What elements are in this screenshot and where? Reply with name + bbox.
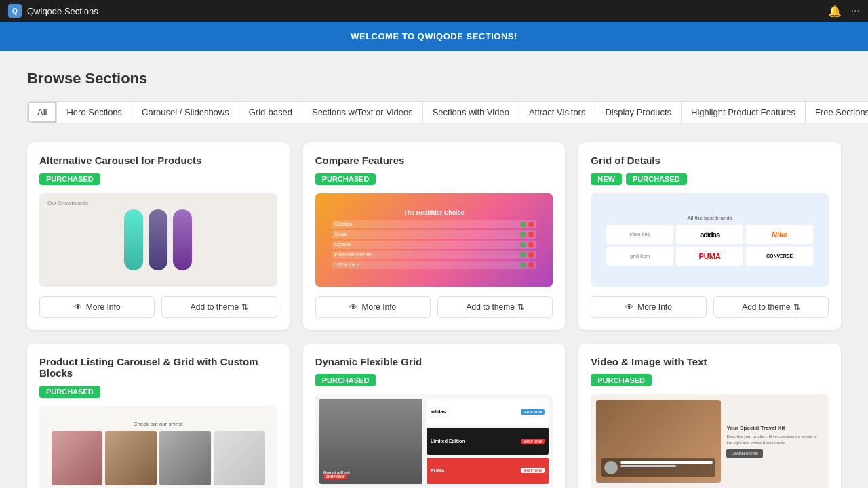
card-preview-compare: The Healthier Choice Calories Sugar (315, 193, 553, 287)
more-info-button[interactable]: 👁 More Info (39, 296, 155, 318)
grid-details-preview-inner: All the best brands shoe img adidas Nike… (591, 193, 829, 287)
learn-more-button[interactable]: LEARN MORE (726, 449, 763, 458)
card-actions: 👁 More Info Add to theme ⇅ (39, 296, 277, 318)
listing-photo-1 (52, 431, 103, 485)
badge-purchased: PURCHASED (315, 173, 376, 185)
x-icon (528, 222, 534, 227)
tab-sections-video[interactable]: Sections with Video (423, 102, 519, 123)
card-title: Video & Image with Text (591, 356, 829, 367)
card-product-listing: Product Listing Carousel & Grid with Cus… (27, 344, 290, 488)
video-image-photo (596, 400, 721, 483)
badge-purchased: PURCHASED (591, 374, 652, 386)
brand-cell: shoe img (606, 225, 673, 244)
dynamic-grid-preview: One of a KindSHOP NOW adidas SHOP NOW Li… (315, 394, 553, 488)
card-title: Grid of Details (591, 155, 829, 166)
eye-icon: 👁 (349, 302, 357, 312)
card-preview-video-image: Your Special Travel Kit Describe your pr… (591, 394, 829, 488)
compare-row: Calories (332, 220, 536, 228)
eye-icon: 👁 (74, 302, 82, 312)
carousel-preview-text: Our Snowboards (47, 200, 88, 206)
brand-nike: Nike (746, 225, 813, 244)
page-title: Browse Sections (27, 70, 841, 87)
card-grid-of-details: Grid of Details NEW PURCHASED All the be… (578, 142, 841, 330)
tab-sections-text-video[interactable]: Sections w/Text or Videos (302, 102, 423, 123)
dynamic-grid-item-1: adidas SHOP NOW (427, 399, 549, 425)
brand-converse: CONVERSE (746, 247, 813, 266)
tab-all[interactable]: All (28, 102, 57, 123)
brand-cell: grid item (606, 247, 673, 266)
video-image-text: Your Special Travel Kit Describe your pr… (726, 425, 823, 458)
check-icon (520, 222, 526, 227)
compare-row: Sugar (332, 230, 536, 239)
snowboard-1 (124, 209, 143, 270)
chevron-updown-icon: ⇅ (517, 302, 524, 312)
more-icon[interactable]: ··· (851, 5, 860, 17)
listing-photo-4 (214, 431, 265, 485)
card-video-image-text: Video & Image with Text PURCHASED (578, 344, 841, 488)
tab-carousel-slideshows[interactable]: Carousel / Slideshows (132, 102, 239, 123)
more-info-button[interactable]: 👁 More Info (591, 296, 706, 318)
card-actions: 👁 More Info Add to theme ⇅ (315, 296, 553, 318)
badge-row: PURCHASED (315, 173, 553, 185)
badge-new: NEW (591, 173, 622, 185)
card-title: Product Listing Carousel & Grid with Cus… (39, 356, 277, 379)
x-icon (528, 232, 534, 237)
badge-purchased: PURCHASED (39, 173, 100, 185)
snowboard-3 (173, 209, 192, 270)
card-dynamic-flexible-grid: Dynamic Flexible Grid PURCHASED One of a… (303, 344, 566, 488)
listing-title: Check out our shirts! (134, 421, 183, 427)
check-icon (520, 252, 526, 258)
bell-icon[interactable]: 🔔 (828, 5, 842, 18)
listing-photos (52, 431, 266, 485)
add-to-theme-button[interactable]: Add to theme ⇅ (713, 296, 829, 318)
listing-photo-3 (159, 431, 211, 485)
compare-table: Calories Sugar Organic (332, 220, 536, 271)
add-to-theme-button[interactable]: Add to theme ⇅ (437, 296, 553, 318)
app-title: Qwiqode Sections (27, 6, 98, 16)
dynamic-grid-left: One of a KindSHOP NOW (319, 399, 422, 484)
card-actions: 👁 More Info Add to theme ⇅ (591, 296, 829, 318)
main-content: Browse Sections All Hero Sections Carous… (0, 51, 868, 488)
badge-row: PURCHASED (39, 173, 277, 185)
brands-grid: shoe img adidas Nike grid item PUMA CONV… (606, 225, 813, 266)
add-to-theme-button[interactable]: Add to theme ⇅ (161, 296, 277, 318)
brand-adidas: adidas (676, 225, 743, 244)
compare-preview-inner: The Healthier Choice Calories Sugar (315, 193, 553, 287)
check-icon (520, 232, 526, 237)
titlebar: Q Qwiqode Sections 🔔 ··· (0, 0, 868, 22)
brand-puma: PUMA (676, 247, 743, 266)
check-icon (520, 242, 526, 247)
video-image-preview: Your Special Travel Kit Describe your pr… (591, 394, 829, 488)
badge-row: PURCHASED (315, 374, 553, 386)
badge-row: NEW PURCHASED (591, 173, 829, 185)
chevron-updown-icon: ⇅ (793, 302, 800, 312)
travel-kit-title: Your Special Travel Kit (726, 425, 823, 431)
dynamic-grid-item-2: Limited Edition SHOP NOW (427, 428, 549, 454)
card-title: Alternative Carousel for Products (39, 155, 277, 166)
badge-purchased: PURCHASED (39, 386, 100, 398)
compare-row: From concentrate (332, 251, 536, 259)
card-preview-grid-details: All the best brands shoe img adidas Nike… (591, 193, 829, 287)
tab-hero-sections[interactable]: Hero Sections (57, 102, 132, 123)
tab-highlight-product-features[interactable]: Highlight Product Features (682, 102, 806, 123)
snowboard-2 (149, 209, 167, 270)
card-compare-features: Compare Features PURCHASED The Healthier… (303, 142, 566, 330)
badge-purchased: PURCHASED (315, 374, 376, 386)
tab-free-sections[interactable]: Free Sections (806, 102, 868, 123)
card-preview-carousel: Our Snowboards (39, 193, 277, 287)
compare-row: Organic (332, 241, 536, 249)
tab-grid-based[interactable]: Grid-based (239, 102, 302, 123)
tab-attract-visitors[interactable]: Attract Visitors (519, 102, 596, 123)
more-info-button[interactable]: 👁 More Info (315, 296, 431, 318)
x-icon (528, 262, 534, 268)
tab-display-products[interactable]: Display Products (595, 102, 682, 123)
listing-photo-2 (105, 431, 157, 485)
chevron-updown-icon: ⇅ (241, 302, 248, 312)
x-icon (528, 252, 534, 258)
card-alternative-carousel: Alternative Carousel for Products PURCHA… (27, 142, 290, 330)
badge-purchased: PURCHASED (626, 173, 687, 185)
app-logo: Q (8, 4, 22, 18)
x-icon (528, 242, 534, 247)
card-title: Compare Features (315, 155, 553, 166)
card-preview-dynamic-grid: One of a KindSHOP NOW adidas SHOP NOW Li… (315, 394, 553, 488)
